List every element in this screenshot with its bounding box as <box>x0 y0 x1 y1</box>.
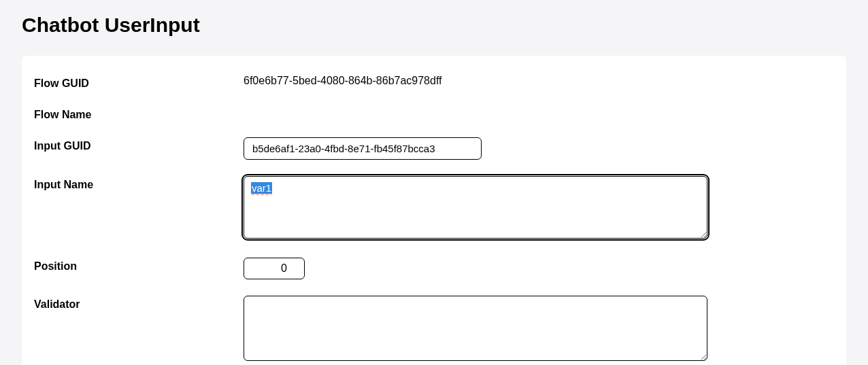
validator-field[interactable] <box>244 296 707 361</box>
label-input-name: Input Name <box>34 176 244 191</box>
input-name-field[interactable] <box>244 176 707 239</box>
label-validator: Validator <box>34 296 244 311</box>
label-flow-name: Flow Name <box>34 106 244 121</box>
row-flow-name: Flow Name <box>34 106 834 121</box>
label-flow-guid: Flow GUID <box>34 75 244 90</box>
label-input-guid: Input GUID <box>34 137 244 152</box>
row-input-guid: Input GUID <box>34 137 834 160</box>
input-guid-field[interactable] <box>244 137 482 160</box>
row-position: Position <box>34 258 834 279</box>
label-position: Position <box>34 258 244 273</box>
row-input-name: Input Name var1 <box>34 176 834 241</box>
value-flow-guid: 6f0e6b77-5bed-4080-864b-86b7ac978dff <box>244 75 442 87</box>
form-card: Flow GUID 6f0e6b77-5bed-4080-864b-86b7ac… <box>22 56 846 365</box>
row-flow-guid: Flow GUID 6f0e6b77-5bed-4080-864b-86b7ac… <box>34 75 834 90</box>
position-field[interactable] <box>244 258 305 279</box>
row-validator: Validator <box>34 296 834 361</box>
page-title: Chatbot UserInput <box>22 14 846 37</box>
